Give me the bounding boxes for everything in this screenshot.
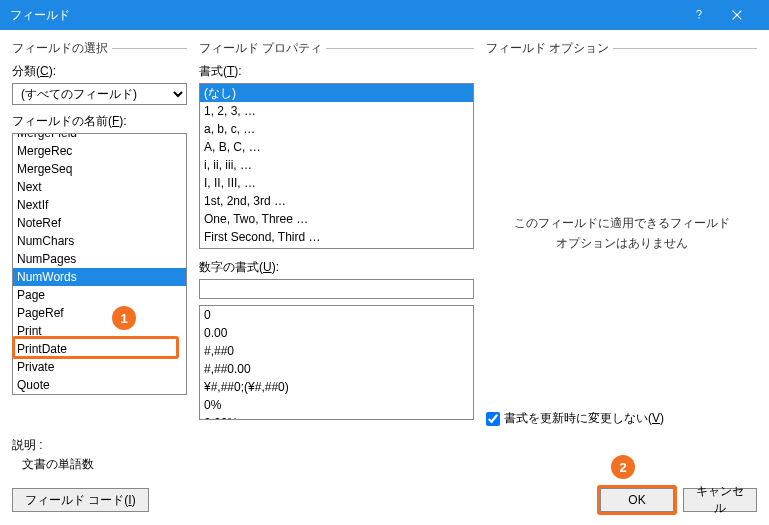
close-button[interactable]	[714, 0, 759, 30]
list-item[interactable]: hex …	[200, 246, 473, 249]
list-item[interactable]: NumChars	[13, 232, 186, 250]
list-item[interactable]: i, ii, iii, …	[200, 156, 473, 174]
divider	[112, 48, 187, 49]
category-label: 分類(C):	[12, 63, 187, 80]
help-icon	[692, 8, 706, 22]
list-item[interactable]: 0	[200, 306, 473, 324]
preserve-format-checkbox-row[interactable]: 書式を更新時に変更しない(V)	[486, 410, 757, 427]
fieldname-label: フィールドの名前(F):	[12, 113, 187, 130]
divider	[326, 48, 474, 49]
preserve-format-checkbox[interactable]	[486, 412, 500, 426]
format-listbox[interactable]: (なし)1, 2, 3, …a, b, c, …A, B, C, …i, ii,…	[199, 83, 474, 249]
title-bar: フィールド	[0, 0, 769, 30]
list-item[interactable]: NextIf	[13, 196, 186, 214]
list-item[interactable]: PageRef	[13, 304, 186, 322]
description-text: 文書の単語数	[12, 456, 757, 473]
list-item[interactable]: A, B, C, …	[200, 138, 473, 156]
list-item[interactable]: Print	[13, 322, 186, 340]
description-section: 説明 : 文書の単語数	[12, 437, 757, 473]
close-icon	[730, 8, 744, 22]
no-options-message: このフィールドに適用できるフィールドオプションはありません	[486, 63, 757, 404]
list-item[interactable]: 1, 2, 3, …	[200, 102, 473, 120]
list-item[interactable]: 1st, 2nd, 3rd …	[200, 192, 473, 210]
category-select[interactable]: (すべてのフィールド)	[12, 83, 187, 105]
field-codes-button[interactable]: フィールド コード(I)	[12, 488, 149, 512]
list-item[interactable]: ¥#,##0;(¥#,##0)	[200, 378, 473, 396]
dialog-title: フィールド	[10, 7, 684, 24]
preserve-format-label: 書式を更新時に変更しない(V)	[504, 410, 664, 427]
group-field-options: フィールド オプション	[486, 40, 609, 57]
list-item[interactable]: NumWords	[13, 268, 186, 286]
list-item[interactable]: MergeRec	[13, 142, 186, 160]
cancel-button[interactable]: キャンセル	[683, 488, 757, 512]
list-item[interactable]: Quote	[13, 376, 186, 394]
list-item[interactable]: 0.00	[200, 324, 473, 342]
numformat-label: 数字の書式(U):	[199, 259, 474, 276]
list-item[interactable]: Next	[13, 178, 186, 196]
list-item[interactable]: MergeSeq	[13, 160, 186, 178]
description-label: 説明 :	[12, 437, 757, 454]
list-item[interactable]: 0%	[200, 396, 473, 414]
list-item[interactable]: First Second, Third …	[200, 228, 473, 246]
divider	[613, 48, 757, 49]
list-item[interactable]: 0.00%	[200, 414, 473, 420]
list-item[interactable]: a, b, c, …	[200, 120, 473, 138]
group-field-properties: フィールド プロパティ	[199, 40, 322, 57]
list-item[interactable]: MergeField	[13, 133, 186, 142]
list-item[interactable]: #,##0	[200, 342, 473, 360]
list-item[interactable]: PrintDate	[13, 340, 186, 358]
list-item[interactable]: #,##0.00	[200, 360, 473, 378]
list-item[interactable]: Private	[13, 358, 186, 376]
ok-button[interactable]: OK	[600, 488, 674, 512]
list-item[interactable]: Page	[13, 286, 186, 304]
format-label: 書式(T):	[199, 63, 474, 80]
list-item[interactable]: One, Two, Three …	[200, 210, 473, 228]
list-item[interactable]: I, II, III, …	[200, 174, 473, 192]
numformat-input[interactable]	[199, 279, 474, 299]
numformat-listbox[interactable]: 00.00#,##0#,##0.00¥#,##0;(¥#,##0)0%0.00%	[199, 305, 474, 420]
fieldname-listbox[interactable]: LinkListNumMacroButtonMergeFieldMergeRec…	[12, 133, 187, 395]
group-field-select: フィールドの選択	[12, 40, 108, 57]
list-item[interactable]: NumPages	[13, 250, 186, 268]
list-item[interactable]: (なし)	[200, 84, 473, 102]
list-item[interactable]: NoteRef	[13, 214, 186, 232]
help-button[interactable]	[684, 0, 714, 30]
